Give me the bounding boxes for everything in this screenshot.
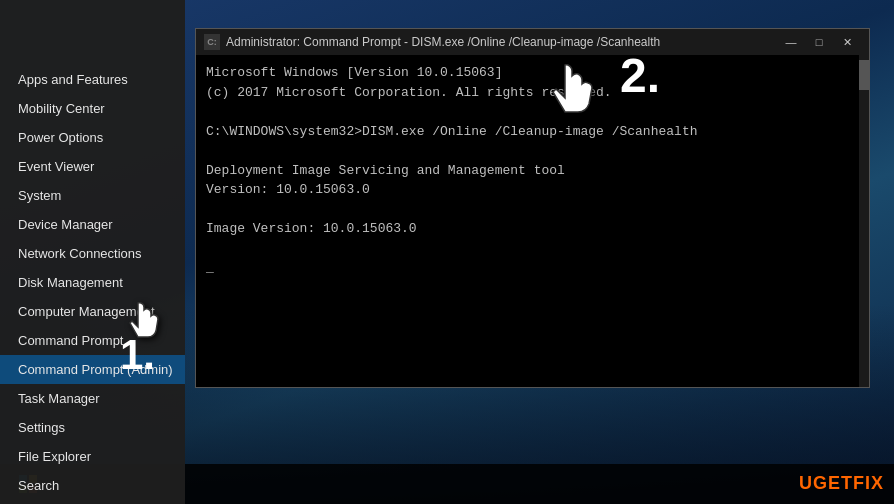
cmd-titlebar: C: Administrator: Command Prompt - DISM.… bbox=[196, 29, 869, 55]
menu-item-file-explorer[interactable]: File Explorer bbox=[0, 442, 185, 471]
cmd-scrollbar-thumb[interactable] bbox=[859, 60, 869, 90]
cmd-restore-button[interactable]: □ bbox=[805, 29, 833, 55]
menu-item-apps-and-features[interactable]: Apps and Features bbox=[0, 65, 185, 94]
cmd-app-icon: C: bbox=[204, 34, 220, 50]
menu-item-event-viewer[interactable]: Event Viewer bbox=[0, 152, 185, 181]
menu-item-mobility-center[interactable]: Mobility Center bbox=[0, 94, 185, 123]
watermark-highlight: ET bbox=[828, 473, 853, 493]
cursor-2-icon bbox=[540, 60, 610, 125]
cmd-output-text: Microsoft Windows [Version 10.0.15063] (… bbox=[206, 63, 859, 278]
watermark-suffix: FIX bbox=[853, 473, 884, 493]
menu-item-power-options[interactable]: Power Options bbox=[0, 123, 185, 152]
menu-item-system[interactable]: System bbox=[0, 181, 185, 210]
menu-item-disk-management[interactable]: Disk Management bbox=[0, 268, 185, 297]
cmd-title-text: Administrator: Command Prompt - DISM.exe… bbox=[226, 35, 777, 49]
cmd-minimize-button[interactable]: — bbox=[777, 29, 805, 55]
menu-item-run[interactable]: Run bbox=[0, 500, 185, 504]
cmd-close-button[interactable]: ✕ bbox=[833, 29, 861, 55]
menu-item-search[interactable]: Search bbox=[0, 471, 185, 500]
menu-item-task-manager[interactable]: Task Manager bbox=[0, 384, 185, 413]
menu-item-settings[interactable]: Settings bbox=[0, 413, 185, 442]
cmd-scrollbar[interactable] bbox=[859, 55, 869, 387]
menu-item-network-connections[interactable]: Network Connections bbox=[0, 239, 185, 268]
watermark: UGETFIX bbox=[799, 473, 884, 494]
step-2-label: 2. bbox=[620, 48, 660, 103]
watermark-prefix: UG bbox=[799, 473, 828, 493]
cmd-window-controls: — □ ✕ bbox=[777, 29, 861, 55]
cmd-window: C: Administrator: Command Prompt - DISM.… bbox=[195, 28, 870, 388]
menu-item-device-manager[interactable]: Device Manager bbox=[0, 210, 185, 239]
cmd-body: Microsoft Windows [Version 10.0.15063] (… bbox=[196, 55, 869, 387]
context-menu: Apps and Features Mobility Center Power … bbox=[0, 0, 185, 504]
menu-item-command-prompt-admin[interactable]: Command Prompt (Admin) bbox=[0, 355, 185, 384]
cursor-1-icon bbox=[120, 299, 170, 349]
